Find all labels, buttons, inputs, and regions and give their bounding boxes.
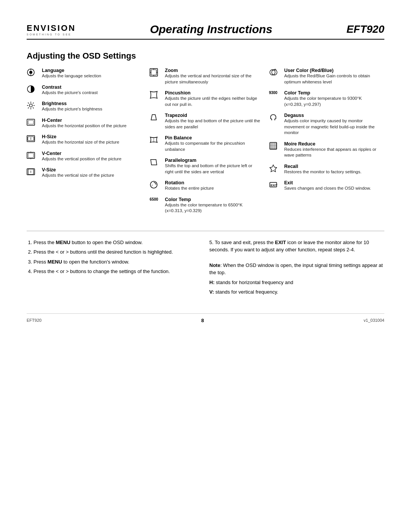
recall-name: Recall [284, 164, 381, 169]
list-item: Recall Restores the monitor to factory s… [269, 164, 381, 175]
list-item: Degauss Adjusts color impurity caused by… [269, 113, 381, 136]
list-item: r Rotation Rotates the entire picture [150, 180, 261, 192]
hcenter-text: H-Center Adjusts the horizontal position… [42, 118, 142, 129]
hsize-icon [27, 134, 39, 143]
colortemp9300-desc: Adjusts the color temperature to 9300°K … [284, 96, 381, 107]
brand-name: ENVISION [27, 23, 76, 33]
hsize-name: H-Size [42, 134, 142, 139]
instruction-5: 5. To save and exit, press the EXIT icon… [209, 239, 384, 254]
vsize-desc: Adjusts the vertical size of the picture [42, 173, 142, 179]
usercolor-name: User Color (Red/Blue) [284, 68, 381, 73]
zoom-desc: Adjusts the vertical and horizontal size… [165, 73, 261, 85]
moire-icon [269, 142, 281, 150]
moire-text: Moire Reduce Reduces interference that a… [284, 141, 381, 158]
trapezoid-text: Trapezoid Adjusts the top and bottom of … [165, 113, 261, 130]
parallelogram-name: Parallelogram [165, 158, 261, 163]
pinbalance-text: Pin Balance Adjusts to compensate for th… [165, 135, 261, 152]
language-icon [27, 68, 39, 77]
v-stands: V: stands for vertical frequency. [209, 288, 384, 296]
vsize-name: V-Size [42, 167, 142, 173]
hsize-desc: Adjusts the horizontal size of the pictu… [42, 139, 142, 145]
degauss-name: Degauss [284, 113, 381, 118]
list-item: 6500 Color Temp Adjusts the color temper… [150, 197, 261, 214]
brightness-icon [27, 101, 39, 110]
parallelogram-desc: Shifts the top and bottom of the picture… [165, 163, 261, 175]
list-item: H-Size Adjusts the horizontal size of th… [27, 134, 142, 145]
list-item: V-Center Adjusts the vertical position o… [27, 151, 142, 162]
parallelogram-text: Parallelogram Shifts the top and bottom … [165, 158, 261, 175]
svg-marker-34 [151, 160, 157, 165]
pinbalance-desc: Adjusts to compensate for the pincushion… [165, 141, 261, 152]
list-item: Language Adjusts the language selection [27, 68, 142, 79]
exit-icon: EXIT [269, 181, 281, 189]
brand-tagline: SOMETHING TO SEE [27, 33, 76, 36]
usercolor-desc: Adjusts the Red/Blue Gain controls to ob… [284, 73, 381, 85]
list-item: Parallelogram Shifts the top and bottom … [150, 158, 261, 175]
language-name: Language [42, 68, 142, 73]
h-stands: H: stands for horizontal frequency and [209, 279, 384, 286]
vcenter-name: V-Center [42, 151, 142, 156]
recall-desc: Restores the monitor to factory settings… [284, 169, 381, 175]
colortemp9300-prefix: 9300 [269, 91, 281, 95]
contrast-text: Contrast Adjusts the picture's contrast [42, 85, 142, 96]
model-number: EFT920 [346, 23, 384, 35]
degauss-text: Degauss Adjusts color impurity caused by… [284, 113, 381, 136]
svg-rect-15 [28, 120, 33, 124]
instructions-section: Press the MENU button to open the OSD wi… [27, 239, 384, 298]
contrast-icon [27, 85, 39, 93]
footer: EFT920 8 v1_031004 [27, 313, 384, 323]
svg-line-13 [28, 107, 29, 108]
degauss-icon [269, 113, 281, 121]
hcenter-name: H-Center [42, 118, 142, 123]
usercolor-text: User Color (Red/Blue) Adjusts the Red/Bl… [284, 68, 381, 85]
settings-col-1: Language Adjusts the language selection … [27, 68, 146, 219]
svg-rect-20 [28, 153, 33, 158]
vcenter-icon [27, 151, 39, 160]
pincushion-desc: Adjusts the picture until the edges neit… [165, 96, 261, 107]
exit-name: Exit [284, 180, 381, 185]
rotation-desc: Rotates the entire picture [165, 185, 261, 192]
section-title: Adjusting the OSD Settings [27, 51, 384, 61]
footer-page-number: 8 [201, 318, 204, 323]
svg-point-1 [29, 71, 32, 74]
list-item: 9300 Color Temp Adjusts the color temper… [269, 90, 381, 107]
list-item: Trapezoid Adjusts the top and bottom of … [150, 113, 261, 130]
instruction-1: Press the MENU button to open the OSD wi… [33, 239, 202, 246]
hcenter-desc: Adjusts the horizontal position of the p… [42, 123, 142, 129]
exit-text: Exit Saves changes and closes the OSD wi… [284, 180, 381, 192]
moire-desc: Reduces interference that appears as rip… [284, 147, 381, 158]
colortemp6500-name: Color Temp [165, 197, 261, 202]
settings-col-3: User Color (Red/Blue) Adjusts the Red/Bl… [265, 68, 384, 219]
colortemp6500-text: Color Temp Adjusts the color temperature… [165, 197, 261, 214]
brightness-text: Brightness Adjusts the picture's brightn… [42, 101, 142, 112]
parallelogram-icon [150, 158, 162, 166]
svg-point-5 [29, 104, 32, 107]
footer-version: v1_031004 [364, 318, 384, 323]
list-item: EXIT Exit Saves changes and closes the O… [269, 180, 381, 192]
list-item: H-Center Adjusts the horizontal position… [27, 118, 142, 129]
rotation-icon: r [150, 181, 162, 189]
list-item: Zoom Adjusts the vertical and horizontal… [150, 68, 261, 85]
recall-text: Recall Restores the monitor to factory s… [284, 164, 381, 175]
exit-desc: Saves changes and closes the OSD window. [284, 185, 381, 192]
header: ENVISION SOMETHING TO SEE Operating Inst… [27, 23, 384, 40]
hcenter-icon [27, 118, 39, 126]
trapezoid-icon [150, 113, 162, 121]
brand-block: ENVISION SOMETHING TO SEE [27, 23, 76, 36]
pincushion-text: Pincushion Adjusts the picture until the… [165, 90, 261, 107]
svg-line-12 [33, 103, 33, 104]
colortemp6500-prefix: 6500 [150, 197, 162, 201]
svg-line-11 [33, 107, 33, 108]
pincushion-icon [150, 91, 162, 99]
list-item: Contrast Adjusts the picture's contrast [27, 85, 142, 96]
moire-name: Moire Reduce [284, 141, 381, 147]
vcenter-text: V-Center Adjusts the vertical position o… [42, 151, 142, 162]
usercolor-icon [269, 68, 281, 77]
svg-marker-56 [270, 165, 277, 172]
pincushion-name: Pincushion [165, 90, 261, 96]
pinbalance-icon [150, 136, 162, 144]
vsize-text: V-Size Adjusts the vertical size of the … [42, 167, 142, 179]
page: ENVISION SOMETHING TO SEE Operating Inst… [0, 0, 411, 532]
note-text: Note: When the OSD window is open, the i… [209, 262, 384, 276]
zoom-icon [150, 68, 162, 77]
